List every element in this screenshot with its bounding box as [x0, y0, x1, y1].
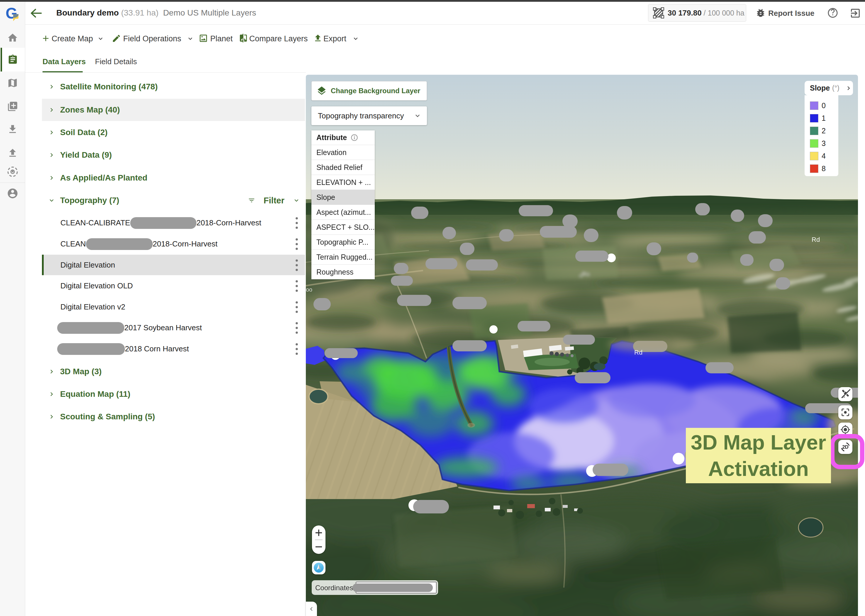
svg-text:Rd: Rd — [634, 349, 643, 356]
svg-text:Rd: Rd — [811, 236, 820, 243]
svg-text:G: G — [6, 6, 17, 22]
svg-text:oo: oo — [306, 286, 312, 293]
svg-text:2D: 2D — [842, 444, 849, 450]
